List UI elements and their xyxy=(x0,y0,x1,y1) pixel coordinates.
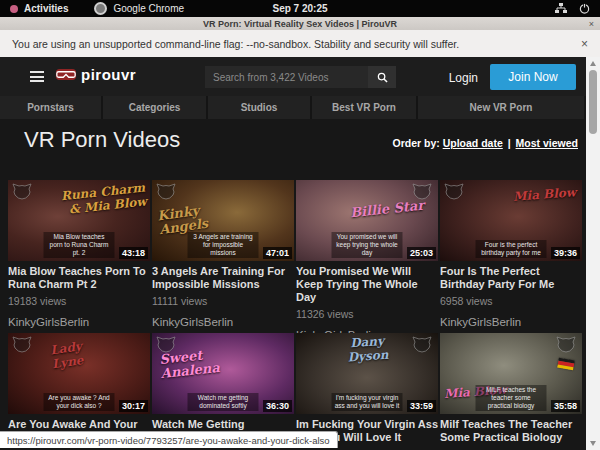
hamburger-menu-icon[interactable] xyxy=(30,71,44,82)
duration-badge: 33:59 xyxy=(407,400,436,412)
infobar: You are using an unsupported command-lin… xyxy=(0,30,600,57)
video-card[interactable]: Mia Blow MILF teaches the teacher some p… xyxy=(440,333,582,450)
video-thumbnail[interactable]: Sweet Analena Watch me getting dominated… xyxy=(152,333,294,414)
search-icon xyxy=(377,72,388,83)
window-close-icon[interactable]: × xyxy=(589,19,594,29)
window-titlebar: VR Porn: Virtual Reality Sex Videos | Pi… xyxy=(0,17,600,30)
network-icon[interactable] xyxy=(555,3,567,14)
duration-badge: 39:36 xyxy=(551,247,580,259)
duration-badge: 47:01 xyxy=(263,247,292,259)
thumbnail-overlay-title: Mia Blow xyxy=(498,185,577,204)
logo-text: pirouvr xyxy=(81,66,136,83)
thumbnail-caption: Four is the perfect birthday party for m… xyxy=(476,240,547,258)
video-views: 11326 views xyxy=(296,308,438,320)
order-link-upload-date[interactable]: Upload date xyxy=(443,137,503,149)
order-by-label: Order by: xyxy=(392,137,439,149)
thumbnail-caption: Watch me getting dominated softly xyxy=(188,393,259,411)
login-link[interactable]: Login xyxy=(449,71,478,85)
video-thumbnail[interactable]: Runa Charm & Mia Blow Mia Blow teaches p… xyxy=(8,180,150,261)
video-thumbnail[interactable]: Lady Lyne Are you awake ? And your dick … xyxy=(8,333,150,414)
video-studio-link[interactable]: KinkyGirlsBerlin xyxy=(8,316,150,328)
nav-menu: Pornstars Categories Studios Best VR Por… xyxy=(0,96,584,119)
system-bar: Activities Google Chrome Sep 7 20:25 xyxy=(0,0,600,17)
menu-item-best-vr-porn[interactable]: Best VR Porn xyxy=(312,96,416,119)
order-by: Order by: Upload date | Most viewed xyxy=(392,137,578,149)
thumbnail-caption: 3 Angels are training for impossible mis… xyxy=(188,232,259,258)
site-navbar: pirouvr Login Join Now xyxy=(0,57,600,96)
duration-badge: 43:18 xyxy=(119,247,148,259)
video-card[interactable]: Kinky Angels 3 Angels are training for i… xyxy=(152,180,294,328)
status-url-tooltip: https://pirouvr.com/vr-porn-video/779325… xyxy=(0,431,338,448)
order-link-most-viewed[interactable]: Most viewed xyxy=(516,137,578,149)
scroll-down-icon[interactable] xyxy=(590,441,596,446)
clock[interactable]: Sep 7 20:25 xyxy=(0,3,600,14)
thumbnail-caption: You promised we will keep trying the who… xyxy=(332,232,403,258)
menu-item-categories[interactable]: Categories xyxy=(103,96,206,119)
video-title[interactable]: You Promised We Will Keep Trying The Who… xyxy=(296,265,438,304)
search-input[interactable] xyxy=(205,66,368,88)
power-icon[interactable] xyxy=(579,3,590,14)
video-views: 6958 views xyxy=(440,295,582,307)
thumbnail-caption: I'm fucking your virgin ass and you will… xyxy=(332,393,403,411)
duration-badge: 36:30 xyxy=(263,400,292,412)
thumbnail-overlay-title: Dany Dyson xyxy=(331,333,404,365)
screen: Activities Google Chrome Sep 7 20:25 VR … xyxy=(0,0,600,450)
video-studio-link[interactable]: KinkyGirlsBerlin xyxy=(152,316,294,328)
menu-item-studios[interactable]: Studios xyxy=(208,96,310,119)
video-views: 19183 views xyxy=(8,295,150,307)
thumbnail-overlay-title: Mia Blow xyxy=(444,381,530,401)
cat-mask-icon xyxy=(156,336,176,357)
menu-item-pornstars[interactable]: Pornstars xyxy=(0,96,101,119)
cat-mask-icon xyxy=(156,183,176,204)
thumbnail-overlay-title: Kinky Angels xyxy=(156,199,237,238)
german-flag-icon xyxy=(557,358,574,371)
infobar-close-icon[interactable]: × xyxy=(581,37,588,51)
page-title: VR Porn Videos xyxy=(24,127,180,153)
duration-badge: 35:58 xyxy=(551,400,580,412)
cat-mask-icon xyxy=(412,183,432,204)
site-logo[interactable]: pirouvr xyxy=(55,66,136,83)
cat-mask-icon xyxy=(444,183,464,204)
video-card[interactable]: Runa Charm & Mia Blow Mia Blow teaches p… xyxy=(8,180,150,328)
cat-mask-icon xyxy=(12,336,32,357)
scrollbar[interactable] xyxy=(586,57,600,450)
video-thumbnail[interactable]: Mia Blow MILF teaches the teacher some p… xyxy=(440,333,582,414)
search-button[interactable] xyxy=(368,66,396,88)
video-title[interactable]: Mia Blow Teaches Porn To Runa Charm Pt 2 xyxy=(8,265,150,291)
scroll-up-icon[interactable] xyxy=(590,61,596,66)
video-thumbnail[interactable]: Billie Star You promised we will keep tr… xyxy=(296,180,438,261)
thumbnail-overlay-title: Lady Lyne xyxy=(49,335,116,372)
video-card[interactable]: Mia Blow Four is the perfect birthday pa… xyxy=(440,180,582,328)
video-title[interactable]: 3 Angels Are Training For Impossible Mis… xyxy=(152,265,294,291)
thumbnail-caption: Mia Blow teaches porn to Runa Charm pt. … xyxy=(44,232,115,258)
video-thumbnail[interactable]: Dany Dyson I'm fucking your virgin ass a… xyxy=(296,333,438,414)
duration-badge: 30:17 xyxy=(119,400,148,412)
tab-title: VR Porn: Virtual Reality Sex Videos | Pi… xyxy=(203,19,397,29)
video-thumbnail[interactable]: Mia Blow Four is the perfect birthday pa… xyxy=(440,180,582,261)
video-title[interactable]: Four Is The Perfect Birthday Party For M… xyxy=(440,265,582,291)
video-thumbnail[interactable]: Kinky Angels 3 Angels are training for i… xyxy=(152,180,294,261)
video-title[interactable]: Milf Teaches The Teacher Some Practical … xyxy=(440,418,582,444)
join-now-button[interactable]: Join Now xyxy=(490,64,576,90)
cat-mask-icon xyxy=(412,336,432,357)
thumbnail-overlay-title: Runa Charm & Mia Blow xyxy=(57,180,147,217)
video-card[interactable]: Billie Star You promised we will keep tr… xyxy=(296,180,438,341)
order-separator: | xyxy=(506,137,513,149)
video-studio-link[interactable]: KinkyGirlsBerlin xyxy=(440,316,582,328)
infobar-text: You are using an unsupported command-lin… xyxy=(12,38,459,50)
cat-mask-icon xyxy=(12,183,32,204)
cat-mask-icon xyxy=(556,336,576,357)
scrollbar-thumb[interactable] xyxy=(589,70,597,134)
thumbnail-caption: Are you awake ? And your dick also ? xyxy=(44,393,115,411)
video-views: 11111 views xyxy=(152,295,294,307)
vr-goggles-icon xyxy=(55,68,77,81)
thumbnail-caption: MILF teaches the teacher some practical … xyxy=(476,385,547,411)
menu-item-new-vr-porn[interactable]: New VR Porn xyxy=(418,96,584,119)
duration-badge: 25:03 xyxy=(407,247,436,259)
